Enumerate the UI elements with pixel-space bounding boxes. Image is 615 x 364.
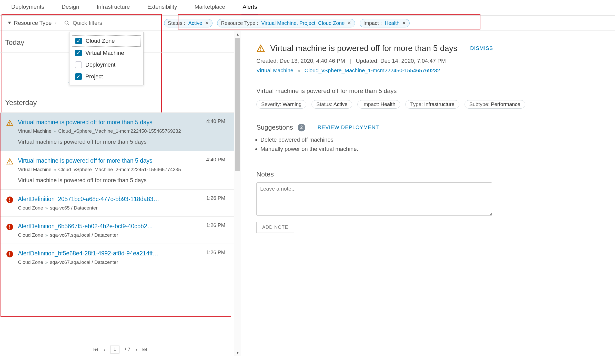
- dismiss-button[interactable]: DISMISS: [470, 45, 493, 51]
- critical-icon: [6, 196, 13, 211]
- checkbox-icon: [75, 61, 82, 68]
- pagination: ⏮ ‹ / 7 › ⏭: [0, 342, 241, 356]
- tab-extensibility[interactable]: Extensibility: [146, 4, 178, 15]
- alert-list-item[interactable]: AlertDefinition_bf5e68e4-28f1-4992-af8d-…: [0, 244, 241, 271]
- close-icon[interactable]: ✕: [205, 20, 209, 26]
- alert-list-item[interactable]: Virtual machine is powered off for more …: [0, 113, 241, 151]
- critical-icon: [6, 251, 13, 265]
- alert-time: 1:26 PM: [206, 195, 225, 201]
- svg-point-5: [9, 124, 10, 125]
- tab-design[interactable]: Design: [61, 4, 80, 15]
- critical-icon: [6, 223, 13, 238]
- close-icon[interactable]: ✕: [402, 20, 406, 26]
- alert-description: Virtual machine is powered off for more …: [18, 177, 225, 184]
- svg-line-1: [67, 24, 69, 25]
- tag-type: Type: Infrastructure: [405, 100, 459, 109]
- alert-breadcrumb: Cloud Zone»sqa-vc65 / Datacenter: [18, 205, 225, 211]
- alert-title: AlertDefinition_6b5667f5-eb02-4b2e-bcf9-…: [18, 222, 153, 230]
- breadcrumb-target-link[interactable]: Cloud_vSphere_Machine_1-mcm222450-155465…: [305, 67, 440, 73]
- suggestions-count-badge: 2: [298, 124, 305, 131]
- page-first-button[interactable]: ⏮: [93, 347, 98, 352]
- tab-infrastructure[interactable]: Infrastructure: [96, 4, 131, 15]
- alert-list-item[interactable]: Virtual machine is powered off for more …: [0, 151, 241, 190]
- alert-list: Virtual machine is powered off for more …: [0, 113, 241, 342]
- notes-textarea[interactable]: [256, 182, 492, 216]
- filter-pill-status[interactable]: Status: Active ✕: [164, 19, 213, 27]
- tag-subtype: Subtype: Performance: [465, 100, 525, 109]
- tag-severity: Severity: Warning: [256, 100, 306, 109]
- tag-status: Status: Active: [311, 100, 352, 109]
- alert-title: AlertDefinition_20571bc0-a68c-477c-bb93-…: [18, 195, 159, 203]
- tag-impact: Impact: Health: [357, 100, 400, 109]
- page-last-button[interactable]: ⏭: [142, 347, 147, 352]
- page-prev-button[interactable]: ‹: [104, 347, 105, 352]
- scrollbar[interactable]: ▴ ▾: [234, 31, 241, 356]
- page-next-button[interactable]: ›: [136, 347, 137, 352]
- review-deployment-button[interactable]: REVIEW DEPLOYMENT: [318, 124, 379, 130]
- resource-type-label: Resource Type: [14, 20, 52, 26]
- quick-filters-input[interactable]: [72, 19, 134, 27]
- filter-pill-resource-type[interactable]: Resource Type: Virtual Machine, Project,…: [217, 19, 355, 27]
- breadcrumb-type-link[interactable]: Virtual Machine: [256, 67, 293, 73]
- tab-deployments[interactable]: Deployments: [10, 4, 45, 15]
- suggestions-heading: Suggestions 2 REVIEW DEPLOYMENT: [256, 123, 600, 131]
- svg-point-16: [9, 255, 10, 256]
- svg-point-13: [9, 228, 10, 229]
- resource-type-dropdown: ✓ Cloud Zone ✓ Virtual Machine Deploymen…: [69, 32, 144, 85]
- alert-time: 1:26 PM: [206, 249, 225, 255]
- scroll-down-icon[interactable]: ▾: [237, 350, 239, 355]
- detail-tags: Severity: Warning Status: Active Impact:…: [256, 100, 600, 109]
- tab-marketplace[interactable]: Marketplace: [194, 4, 226, 15]
- dropdown-option-project[interactable]: ✓ Project: [69, 71, 143, 82]
- suggestion-item: Delete powered off machines: [260, 137, 600, 143]
- top-tab-bar: Deployments Design Infrastructure Extens…: [0, 0, 615, 16]
- alert-breadcrumb: Cloud Zone»sqa-vc67.sqa.local / Datacent…: [18, 259, 225, 265]
- filter-row: Resource Type Status: Active ✕ Resource …: [0, 16, 615, 31]
- detail-timestamps: Created: Dec 13, 2020, 4:40:46 PM | Upda…: [256, 58, 600, 64]
- tab-alerts[interactable]: Alerts: [241, 4, 258, 15]
- alert-breadcrumb: Virtual Machine»Cloud_vSphere_Machine_1-…: [18, 128, 225, 134]
- alert-title: Virtual machine is powered off for more …: [18, 118, 153, 126]
- alert-time: 1:26 PM: [206, 222, 225, 228]
- dropdown-option-deployment[interactable]: Deployment: [69, 59, 143, 71]
- active-filter-pills: Status: Active ✕ Resource Type: Virtual …: [164, 19, 410, 27]
- warning-icon: [6, 119, 13, 145]
- dropdown-option-virtual-machine[interactable]: ✓ Virtual Machine: [69, 47, 143, 59]
- section-yesterday-heading: Yesterday: [0, 93, 241, 113]
- checkbox-icon: ✓: [75, 73, 82, 80]
- alert-time: 4:40 PM: [206, 118, 225, 124]
- close-icon[interactable]: ✕: [347, 20, 351, 26]
- alert-list-item[interactable]: AlertDefinition_6b5667f5-eb02-4b2e-bcf9-…: [0, 217, 241, 244]
- alert-detail-panel: Virtual machine is powered off for more …: [241, 31, 615, 356]
- detail-description: Virtual machine is powered off for more …: [256, 87, 600, 95]
- quick-filters[interactable]: [64, 19, 134, 27]
- filter-icon: [7, 21, 12, 25]
- suggestion-item: Manually power on the virtual machine.: [260, 146, 600, 152]
- checkbox-icon: ✓: [75, 38, 82, 44]
- alert-title: AlertDefinition_bf5e68e4-28f1-4992-af8d-…: [18, 249, 158, 257]
- warning-icon: [6, 158, 13, 184]
- checkbox-icon: ✓: [75, 50, 82, 56]
- alert-title: Virtual machine is powered off for more …: [18, 157, 153, 165]
- alert-description: Virtual machine is powered off for more …: [18, 139, 225, 145]
- scrollbar-thumb[interactable]: [235, 38, 240, 171]
- warning-icon: [256, 44, 265, 53]
- page-current-input[interactable]: [110, 346, 119, 353]
- svg-point-10: [9, 201, 10, 202]
- scroll-up-icon[interactable]: ▴: [237, 32, 239, 37]
- svg-point-7: [9, 163, 10, 164]
- detail-title: Virtual machine is powered off for more …: [270, 44, 457, 53]
- dropdown-option-cloud-zone[interactable]: ✓ Cloud Zone: [72, 35, 141, 47]
- detail-breadcrumb: Virtual Machine » Cloud_vSphere_Machine_…: [256, 67, 600, 74]
- svg-point-0: [65, 21, 68, 24]
- add-note-button[interactable]: ADD NOTE: [256, 222, 294, 233]
- resource-type-filter[interactable]: Resource Type: [5, 19, 59, 27]
- chevron-down-icon: [54, 21, 57, 25]
- alert-list-item[interactable]: AlertDefinition_20571bc0-a68c-477c-bb93-…: [0, 190, 241, 217]
- search-icon: [64, 20, 70, 26]
- alert-breadcrumb: Cloud Zone»sqa-vc67.sqa.local / Datacent…: [18, 232, 225, 238]
- svg-point-18: [260, 50, 261, 51]
- filter-pill-impact[interactable]: Impact: Health ✕: [360, 19, 410, 27]
- notes-heading: Notes: [256, 170, 600, 178]
- alert-time: 4:40 PM: [206, 157, 225, 163]
